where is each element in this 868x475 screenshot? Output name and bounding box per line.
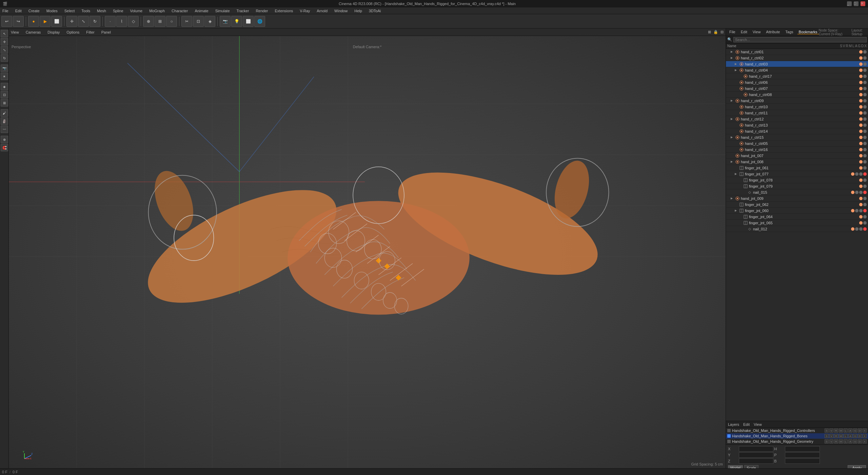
object-item-nail_015[interactable]: ◇nail_015 <box>726 189 868 195</box>
object-item-hand_r_ctrl10[interactable]: hand_r_ctrl10 <box>726 104 868 110</box>
object-item-hand_r_ctrl01[interactable]: ▶hand_r_ctrl01 <box>726 49 868 55</box>
undo-button[interactable]: ↩ <box>1 16 12 27</box>
tab-bookmarks[interactable]: Bookmarks <box>797 30 819 34</box>
tab-layers-edit[interactable]: Edit <box>743 422 750 426</box>
menu-volume[interactable]: Volume <box>129 9 144 13</box>
object-search-input[interactable] <box>733 37 867 42</box>
object-item-finger_jnt_077[interactable]: ▶finger_jnt_077 <box>726 171 868 177</box>
menu-edit[interactable]: Edit <box>14 9 23 13</box>
layer-icon-D-1[interactable]: D <box>858 434 862 438</box>
tab-attribute[interactable]: Attribute <box>765 30 781 34</box>
window-controls[interactable]: _ □ ✕ <box>847 1 865 6</box>
layer-icon-S-2[interactable]: S <box>825 439 829 443</box>
menu-render[interactable]: Render <box>255 9 269 13</box>
menu-vray[interactable]: V-Ray <box>299 9 311 13</box>
close-button[interactable]: ✕ <box>861 1 865 6</box>
menu-modes[interactable]: Modes <box>45 9 59 13</box>
menu-mograph[interactable]: MoGraph <box>148 9 166 13</box>
object-item-hand_r_ctrl08[interactable]: hand_r_ctrl08 <box>726 92 868 98</box>
select-lt-btn[interactable]: ↖ <box>1 30 8 37</box>
layer-icon-R-0[interactable]: R <box>834 429 838 433</box>
edges-mode[interactable]: ⌇ <box>116 16 127 27</box>
bevel-tool[interactable]: ◈ <box>204 16 215 27</box>
live-select[interactable]: ⊕ <box>143 16 154 27</box>
object-item-finger_jnt_062[interactable]: finger_jnt_062 <box>726 202 868 208</box>
rotate-lt-btn[interactable]: ↻ <box>1 54 8 62</box>
layer3-lt-btn[interactable]: ⊞ <box>1 99 8 107</box>
hair-lt-btn[interactable]: 〰 <box>1 126 8 133</box>
rect-select[interactable]: ⊞ <box>155 16 165 27</box>
layer2-lt-btn[interactable]: ⊡ <box>1 91 8 98</box>
layer-icon-V-1[interactable]: V <box>829 434 833 438</box>
menu-create[interactable]: Create <box>27 9 41 13</box>
layer-icon-M-1[interactable]: M <box>839 434 843 438</box>
object-item-hand_r_ctrl02[interactable]: ▶hand_r_ctrl02 <box>726 55 868 61</box>
menu-character[interactable]: Character <box>171 9 189 13</box>
menu-window[interactable]: Window <box>333 9 349 13</box>
menu-mesh[interactable]: Mesh <box>96 9 107 13</box>
camera-lt-btn[interactable]: 📷 <box>1 64 8 72</box>
viewport-lock-btn[interactable]: 🔒 <box>713 30 718 34</box>
layer-row-1[interactable]: Handshake_Old_Man_Hands_Rigged_BonesSVRM… <box>726 433 868 439</box>
object-item-hand_r_ctrl06[interactable]: hand_r_ctrl06 <box>726 79 868 86</box>
render-region-button[interactable]: ⬜ <box>51 16 62 27</box>
layer-icon-R-2[interactable]: R <box>834 439 838 443</box>
viewport-split-btn[interactable]: ⊟ <box>721 30 724 34</box>
menu-tracker[interactable]: Tracker <box>236 9 250 13</box>
light-lt-btn[interactable]: ☀ <box>1 73 8 80</box>
scale-lt-btn[interactable]: ⤡ <box>1 46 8 54</box>
snap-lt-btn[interactable]: 🧲 <box>1 144 8 151</box>
object-item-hand_r_ctrl09[interactable]: ▶hand_r_ctrl09 <box>726 98 868 104</box>
layer-icon-D-0[interactable]: D <box>858 429 862 433</box>
object-item-hand_r_ctrl11[interactable]: hand_r_ctrl11 <box>726 110 868 116</box>
move-lt-btn[interactable]: ✛ <box>1 38 8 45</box>
viewport-view-menu[interactable]: View <box>11 30 19 34</box>
object-item-hand_r_ctrl15[interactable]: ▶hand_r_ctrl15 <box>726 134 868 140</box>
layer-icon-S-1[interactable]: S <box>825 434 829 438</box>
menu-animate[interactable]: Animate <box>194 9 209 13</box>
object-list[interactable]: ▶hand_r_ctrl01▶hand_r_ctrl02▶hand_r_ctrl… <box>726 49 868 421</box>
viewport-panel-menu[interactable]: Panel <box>101 30 111 34</box>
object-item-finger_jnt_060[interactable]: ▶finger_jnt_060 <box>726 208 868 214</box>
layer-icon-D-2[interactable]: D <box>858 439 862 443</box>
object-item-finger_jnt_065[interactable]: finger_jnt_065 <box>726 220 868 226</box>
tab-file[interactable]: File <box>728 30 737 34</box>
layer-icon-G-2[interactable]: G <box>853 439 857 443</box>
paint-lt-btn[interactable]: 🖌 <box>1 109 8 117</box>
tab-layers[interactable]: Layers <box>728 422 739 426</box>
timeline[interactable]: 0 F / 0 F 024681012141618202224262830323… <box>0 468 868 475</box>
object-item-hand_r_ctrl07[interactable]: hand_r_ctrl07 <box>726 86 868 92</box>
viewport-filter-menu[interactable]: Filter <box>86 30 94 34</box>
object-item-hand_jnt_008[interactable]: ▶hand_jnt_008 <box>726 159 868 165</box>
light-tool[interactable]: 💡 <box>231 16 242 27</box>
z-input[interactable] <box>739 458 773 464</box>
layer-icon-X-1[interactable]: X <box>863 434 867 438</box>
layer-icon-G-0[interactable]: G <box>853 429 857 433</box>
points-mode[interactable]: · <box>105 16 116 27</box>
object-item-hand_jnt_007[interactable]: hand_jnt_007 <box>726 153 868 159</box>
redo-button[interactable]: ↪ <box>13 16 24 27</box>
viewport[interactable]: View Cameras Display Options Filter Pane… <box>9 28 726 468</box>
floor-tool[interactable]: ⬜ <box>243 16 254 27</box>
layer-icon-V-0[interactable]: V <box>829 429 833 433</box>
tab-view[interactable]: View <box>751 30 762 34</box>
object-item-hand_r_ctrl13[interactable]: hand_r_ctrl13 <box>726 122 868 128</box>
menu-tools[interactable]: Tools <box>80 9 91 13</box>
viewport-cameras-menu[interactable]: Cameras <box>26 30 41 34</box>
menu-simulate[interactable]: Simulate <box>214 9 231 13</box>
menu-3dtoai[interactable]: 3DToAi <box>368 9 382 13</box>
object-item-finger_jnt_079[interactable]: finger_jnt_079 <box>726 183 868 189</box>
layer-icon-R-1[interactable]: R <box>834 434 838 438</box>
object-item-hand_r_ctrl17[interactable]: hand_r_ctrl17 <box>726 73 868 79</box>
rotate-tool[interactable]: ↻ <box>90 16 100 27</box>
object-item-hand_r_ctrl12[interactable]: ▶hand_r_ctrl12 <box>726 116 868 122</box>
object-item-finger_jnt_078[interactable]: finger_jnt_078 <box>726 177 868 183</box>
sky-tool[interactable]: 🌐 <box>254 16 265 27</box>
b-input[interactable] <box>785 458 820 464</box>
layer1-lt-btn[interactable]: ◈ <box>1 83 8 90</box>
object-item-hand_r_ctrl03[interactable]: ▶hand_r_ctrl03 <box>726 61 868 67</box>
object-item-hand_jnt_009[interactable]: ▶hand_jnt_009 <box>726 195 868 202</box>
menu-help[interactable]: Help <box>353 9 363 13</box>
object-item-hand_r_ctrl16[interactable]: hand_r_ctrl16 <box>726 147 868 153</box>
layer-icon-A-2[interactable]: A <box>848 439 852 443</box>
